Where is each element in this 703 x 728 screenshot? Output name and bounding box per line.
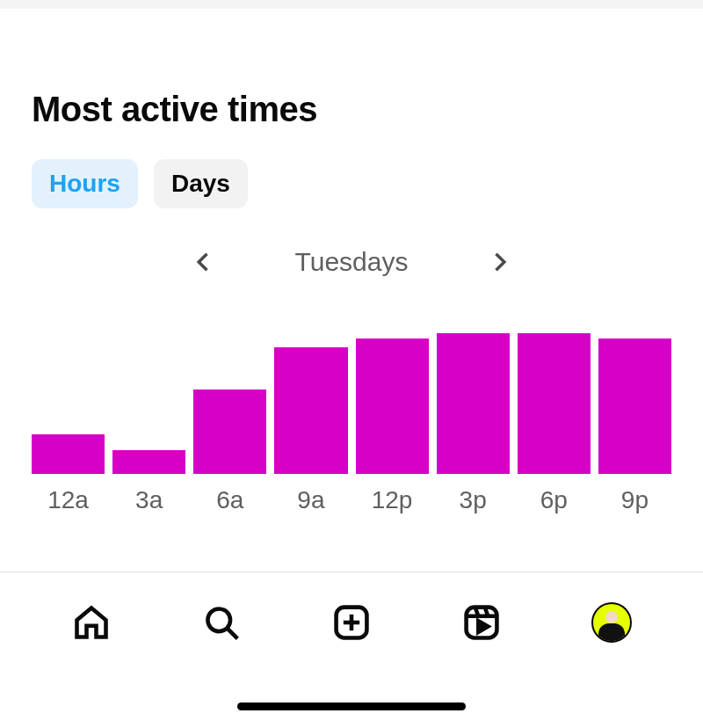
chart-x-label: 9p — [598, 486, 671, 514]
page-title: Most active times — [32, 90, 671, 129]
chevron-right-icon[interactable] — [487, 250, 511, 274]
create-icon — [332, 603, 371, 642]
nav-search[interactable] — [197, 598, 246, 647]
tab-days[interactable]: Days — [154, 159, 248, 208]
chart-bar — [437, 333, 510, 474]
chart-x-label: 3a — [112, 486, 185, 514]
search-icon — [202, 603, 241, 642]
home-indicator — [237, 703, 466, 710]
chart-bar — [598, 339, 671, 474]
tabs: Hours Days — [32, 159, 671, 208]
chart-bar — [518, 333, 591, 474]
chart-bar — [356, 339, 429, 474]
top-strip — [0, 0, 703, 9]
avatar-icon — [591, 602, 632, 643]
home-icon — [72, 603, 111, 642]
chart-x-label: 9a — [274, 486, 347, 514]
chart-x-label: 12p — [356, 486, 429, 514]
chart-bar — [112, 450, 185, 474]
nav-reels[interactable] — [457, 598, 506, 647]
chart-x-label: 3p — [437, 486, 510, 514]
chart-bars — [32, 333, 671, 474]
main-content: Most active times Hours Days Tuesdays 12… — [0, 9, 703, 514]
svg-line-1 — [228, 629, 237, 638]
chart: 12a3a6a9a12p3p6p9p — [32, 333, 671, 514]
nav-create[interactable] — [327, 598, 376, 647]
bottom-nav — [0, 582, 703, 663]
reels-icon — [462, 603, 501, 642]
day-label: Tuesdays — [295, 247, 409, 277]
svg-marker-9 — [478, 621, 488, 632]
divider — [0, 571, 703, 572]
chart-x-labels: 12a3a6a9a12p3p6p9p — [32, 486, 671, 514]
svg-point-0 — [207, 608, 230, 631]
chart-x-label: 6p — [518, 486, 591, 514]
chart-bar — [32, 434, 105, 474]
chart-x-label: 12a — [32, 486, 105, 514]
day-nav: Tuesdays — [32, 247, 671, 277]
nav-home[interactable] — [67, 598, 116, 647]
nav-profile[interactable] — [587, 598, 636, 647]
chart-x-label: 6a — [193, 486, 266, 514]
chart-bar — [274, 347, 347, 474]
chart-bar — [193, 389, 266, 474]
tab-hours[interactable]: Hours — [32, 159, 138, 208]
chevron-left-icon[interactable] — [192, 250, 216, 274]
